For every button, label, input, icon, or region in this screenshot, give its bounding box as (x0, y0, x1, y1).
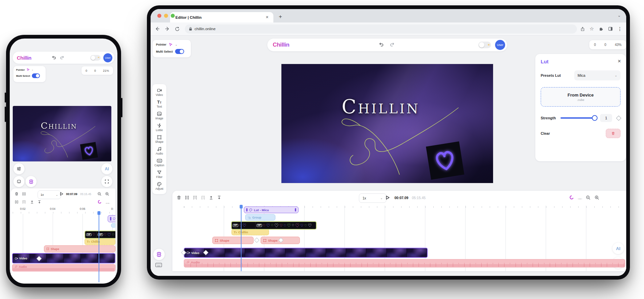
phone-chillin-mark-button[interactable] (25, 176, 37, 187)
clip-gif[interactable]: GIF♡♡ GIF♡♡♡♡♡♡♡♡♡♡♡♡ (231, 221, 317, 230)
reload-button[interactable] (175, 26, 181, 32)
play-button[interactable] (385, 195, 390, 200)
split-left-button[interactable] (193, 195, 198, 200)
trim-handle-right[interactable] (295, 208, 296, 212)
url-bar[interactable]: chillin.online (185, 24, 577, 34)
minimize-window-button[interactable] (164, 14, 168, 18)
split-button[interactable] (184, 195, 190, 200)
sidebar-item-image[interactable]: Image (152, 110, 166, 121)
clip-label: Video (19, 257, 27, 260)
split-right-button[interactable] (201, 195, 206, 200)
playhead[interactable] (241, 205, 241, 271)
phone-move-up-button[interactable] (30, 200, 34, 204)
share-icon[interactable] (580, 26, 585, 32)
clip-lut[interactable] (108, 215, 115, 222)
phone-fullscreen-button[interactable] (101, 176, 112, 187)
clip-video[interactable]: Video (184, 248, 428, 258)
redo-icon[interactable] (389, 42, 395, 47)
sidebar-item-caption[interactable]: CCCaption (152, 157, 166, 168)
clip-lut[interactable]: Lut - Mica (244, 206, 299, 213)
sidebar-item-shape[interactable]: Shape (152, 134, 166, 144)
slider-thumb[interactable] (592, 115, 598, 121)
phone-undo-icon[interactable] (52, 55, 56, 60)
clip-shape[interactable]: Shape (44, 245, 115, 252)
tab-search-chevron-icon[interactable]: ⌄ (618, 13, 621, 18)
clip-gif[interactable]: GIF♡ GIF♡♡♡ (85, 231, 115, 239)
phone-fit-button[interactable]: →← (105, 201, 110, 204)
phone-redo-icon[interactable] (60, 55, 64, 60)
magnet-button[interactable] (569, 195, 574, 200)
fit-timeline-button[interactable]: →← (577, 196, 582, 200)
editor-logo[interactable]: Chillin (273, 42, 289, 48)
phone-playhead[interactable] (99, 211, 99, 282)
phone-zoom-out-button[interactable] (97, 192, 102, 196)
phone-delete-clip-button[interactable] (14, 192, 19, 196)
sidebar-item-text[interactable]: TтText (152, 99, 166, 109)
new-tab-button[interactable]: + (276, 12, 285, 21)
menu-dots-icon[interactable]: ⋮ (618, 26, 622, 32)
multi-select-toggle[interactable] (175, 49, 184, 54)
browser-tab[interactable]: Editor | Chillin ✕ (170, 12, 273, 22)
phone-play-button[interactable] (59, 192, 64, 196)
back-button[interactable] (155, 26, 161, 32)
strength-value-input[interactable]: 1 (600, 114, 612, 122)
extensions-icon[interactable] (599, 26, 603, 31)
user-button[interactable]: User (495, 40, 505, 50)
close-tab-icon[interactable]: ✕ (264, 14, 270, 20)
clip-audio[interactable]: Audio (184, 259, 625, 267)
phone-multi-select-toggle[interactable] (32, 73, 40, 78)
move-track-down-button[interactable] (217, 195, 222, 200)
keyframe-toggle-icon[interactable] (616, 115, 622, 121)
phone-theme-toggle[interactable]: ☀ (90, 55, 101, 61)
phone-split-left-button[interactable] (14, 200, 19, 204)
close-window-button[interactable] (157, 14, 161, 18)
phone-zoom-in-button[interactable] (105, 192, 109, 196)
clear-button[interactable] (606, 129, 621, 138)
clip-audio[interactable]: Audio (12, 264, 115, 272)
phone-logo[interactable]: Chillin (17, 55, 32, 61)
phone-library-button[interactable] (13, 176, 24, 187)
clip-text[interactable]: Tт Chillin (231, 229, 269, 235)
phone-user-button[interactable]: User (103, 53, 112, 62)
phone-ai-button[interactable]: AI (101, 163, 112, 174)
clip-group[interactable] (111, 223, 115, 228)
canvas-stage[interactable]: Chillin (281, 64, 493, 183)
clip-video[interactable]: Video (12, 253, 115, 263)
phone-speed-dropdown[interactable]: 1x⌄ (38, 190, 61, 199)
phone-magnet-button[interactable] (97, 200, 102, 204)
from-device-dropzone[interactable]: From Device .cube (541, 87, 621, 107)
keyboard-shortcuts-button[interactable] (155, 263, 162, 267)
maximize-window-button[interactable] (171, 14, 175, 18)
zoom-out-button[interactable] (586, 195, 591, 200)
sidebar-item-adjust[interactable]: Adjust (152, 181, 166, 191)
phone-move-down-button[interactable] (37, 200, 42, 204)
pointer-tool[interactable]: Pointer ⌄ (156, 43, 187, 47)
speed-dropdown[interactable]: 1x⌄ (359, 193, 386, 203)
clip-shape[interactable]: Shape (212, 237, 254, 244)
sidebar-item-video[interactable]: Video (152, 87, 166, 98)
clip-text[interactable]: Tт Chillin (85, 238, 115, 245)
ai-button[interactable]: AI (612, 243, 624, 254)
delete-clip-button[interactable] (176, 195, 181, 200)
close-icon[interactable]: ✕ (618, 59, 621, 64)
presets-dropdown[interactable]: Mica ⌄ (574, 70, 621, 80)
sidebar-item-filter[interactable]: Filter (152, 169, 166, 180)
strength-slider[interactable] (560, 117, 595, 119)
sidebar-item-audio[interactable]: Audio (152, 145, 166, 156)
sidebar-item-lottie[interactable]: Lottie (152, 122, 166, 133)
undo-icon[interactable] (379, 42, 384, 47)
phone-split-button[interactable] (22, 192, 26, 196)
phone-split-right-button[interactable] (22, 200, 26, 204)
phone-adjustments-button[interactable] (13, 163, 24, 174)
clip-group[interactable]: Group (245, 214, 275, 221)
chillin-mark-button[interactable] (153, 249, 165, 260)
bookmark-star-icon[interactable]: ☆ (590, 26, 594, 32)
side-panel-icon[interactable] (608, 26, 613, 31)
zoom-in-button[interactable] (594, 195, 599, 200)
phone-pointer-tool[interactable]: Pointer ⌄ (16, 68, 43, 71)
theme-toggle[interactable]: ☀ (478, 42, 491, 48)
trim-handle-left[interactable] (246, 208, 248, 212)
move-track-up-button[interactable] (209, 195, 214, 200)
forward-button[interactable] (165, 26, 171, 32)
phone-canvas-preview[interactable]: Chillin (13, 106, 111, 162)
